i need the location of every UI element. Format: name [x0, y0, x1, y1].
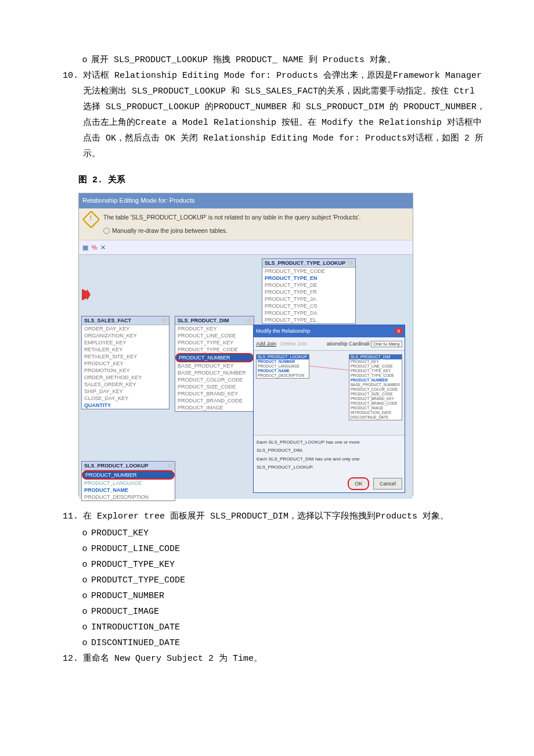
close-icon[interactable]: X — [395, 328, 402, 334]
cursor-arrow-icon — [82, 289, 91, 300]
table-sls-product-type-lookup[interactable]: SLS_PRODUCT_TYPE_LOOKUP PRODUCT_TYPE_COD… — [262, 258, 356, 324]
list-item: PRODUCT_TYPE_KEY — [91, 557, 175, 573]
product-number-selected[interactable]: PRODUCT_NUMBER — [82, 470, 175, 480]
list-item: INTRODUCTION_DATE — [91, 620, 180, 635]
mini-table-left: SLS_PRODUCT_LOOKUP PRODUCT_NUMBER PRODUC… — [256, 354, 309, 379]
dialog-titlebar[interactable]: Modify the Relationship X — [254, 325, 405, 337]
pin-icon[interactable] — [168, 463, 172, 468]
table-sls-product-dim[interactable]: SLS_PRODUCT_DIM PRODUCT_KEY PRODUCT_LINE… — [175, 316, 254, 412]
warning-icon — [82, 210, 100, 228]
toolbar-icon-2[interactable]: % — [92, 244, 97, 251]
diagram-canvas: SLS_SALES_FACT ORDER_DAY_KEY ORGANIZATIO… — [79, 255, 413, 499]
window-title: Relationship Editing Mode for: Products — [79, 193, 413, 208]
cancel-button[interactable]: Cancel — [373, 478, 402, 489]
warning-row: The table 'SLS_PRODUCT_LOOKUP' is not re… — [79, 208, 413, 240]
list-item: DISCONTINUED_DATE — [91, 635, 180, 651]
table-sls-product-lookup[interactable]: SLS_PRODUCT_LOOKUP PRODUCT_NUMBER PRODUC… — [81, 461, 175, 501]
footer-text-1: Each SLS_PRODUCT_LOOKUP has one or more … — [257, 438, 402, 455]
table-title: SLS_SALES_FACT — [84, 317, 131, 324]
step-11: 11. 在 Explorer tree 面板展开 SLS_PRODUCT_DIM… — [46, 509, 488, 524]
modify-relationship-dialog[interactable]: Modify the Relationship X Add Join Delet… — [253, 325, 405, 492]
figure-2-caption: 图 2. 关系 — [78, 172, 488, 188]
dialog-title: Modify the Relationship — [256, 326, 311, 336]
footer-text-2: Each SLS_PRODUCT_DIM has one and only on… — [257, 455, 402, 472]
list-item: PRODUTCT_TYPE_CODE — [91, 573, 185, 588]
step-text: 重命名 New Query Subject 2 为 Time。 — [83, 651, 488, 667]
product-number-selected[interactable]: PRODUCT_NUMBER — [175, 353, 254, 362]
radio-icon[interactable] — [103, 228, 110, 234]
toolbar-icon[interactable]: ▦ — [82, 244, 88, 251]
list-item: PRODUCT_LINE_CODE — [91, 541, 180, 557]
radio-label: Manually re-draw the joins between table… — [112, 227, 228, 234]
delete-join-button: Delete Join — [281, 341, 307, 347]
table-sls-sales-fact[interactable]: SLS_SALES_FACT ORDER_DAY_KEY ORGANIZATIO… — [81, 316, 169, 409]
toolbar-close-icon[interactable]: ✕ — [100, 244, 106, 251]
toolbar: ▦ % ✕ — [79, 240, 413, 255]
list-item: PRODUCT_IMAGE — [91, 604, 159, 620]
cardinality-label: ationship Cardinali — [327, 341, 370, 347]
table-title: SLS_PRODUCT_LOOKUP — [84, 462, 149, 469]
table-title: SLS_PRODUCT_TYPE_LOOKUP — [265, 260, 345, 267]
step-10: 10. 对话框 Relationship Editing Mode for: P… — [46, 68, 488, 162]
bullet-marker: o — [78, 52, 91, 68]
add-join-button[interactable]: Add Join — [256, 341, 276, 347]
figure-2-screenshot: Relationship Editing Mode for: Products … — [78, 193, 413, 496]
pin-icon[interactable] — [162, 318, 167, 323]
warning-text: The table 'SLS_PRODUCT_LOOKUP' is not re… — [103, 212, 360, 223]
pin-icon[interactable] — [348, 261, 353, 265]
window-controls[interactable]: X — [395, 326, 402, 336]
list-item: PRODUCT_KEY — [91, 525, 149, 541]
step-number: 11. — [46, 509, 83, 524]
ok-button[interactable]: OK — [348, 477, 369, 490]
step-number: 12. — [46, 651, 83, 667]
step-number: 10. — [46, 68, 83, 162]
cardinality-dropdown[interactable]: One to Many — [371, 341, 402, 347]
mini-table-right: SLS_PRODUCT_DIM PRODUCT_KEY PRODUCT_LINE… — [349, 354, 402, 420]
step-text: 在 Explorer tree 面板展开 SLS_PRODUCT_DIM，选择以… — [83, 509, 488, 524]
table-title: SLS_PRODUCT_DIM — [178, 317, 229, 324]
pin-icon[interactable] — [247, 318, 251, 323]
step-text: 对话框 Relationship Editing Mode for: Produ… — [83, 68, 488, 162]
bullet-text: 展开 SLS_PRODUCT_LOOKUP 拖拽 PRODUCT_ NAME 到… — [91, 52, 396, 68]
document-page: o 展开 SLS_PRODUCT_LOOKUP 拖拽 PRODUCT_ NAME… — [46, 0, 488, 703]
step-12: 12. 重命名 New Query Subject 2 为 Time。 — [46, 651, 488, 667]
step-11-list: oPRODUCT_KEY oPRODUCT_LINE_CODE oPRODUCT… — [46, 525, 488, 651]
list-item: PRODUCT_NUMBER — [91, 588, 164, 604]
top-bullet: o 展开 SLS_PRODUCT_LOOKUP 拖拽 PRODUCT_ NAME… — [46, 52, 488, 68]
